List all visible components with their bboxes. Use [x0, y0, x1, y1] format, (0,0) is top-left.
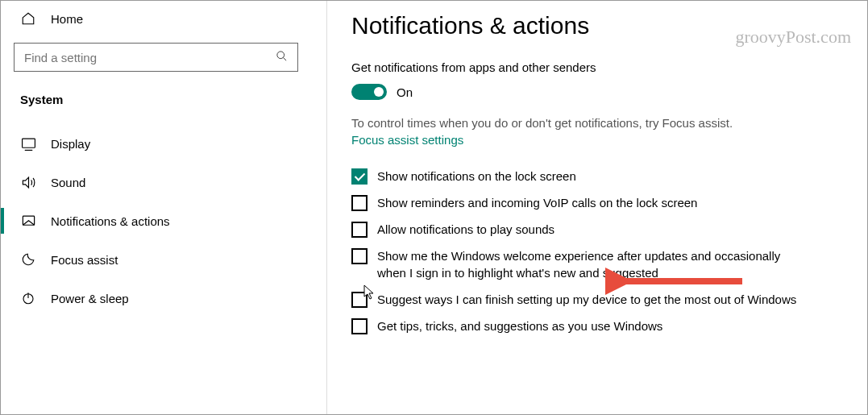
display-icon	[20, 135, 36, 151]
sidebar-item-sound[interactable]: Sound	[14, 163, 314, 201]
toggle-state-label: On	[397, 85, 413, 99]
sidebar-item-label: Sound	[51, 176, 85, 189]
checkbox-label: Suggest ways I can finish setting up my …	[377, 291, 796, 308]
svg-line-1	[283, 57, 286, 60]
sidebar-item-label: Display	[51, 137, 90, 151]
checkbox-finish-setup[interactable]	[351, 292, 368, 308]
checkbox-label: Show notifications on the lock screen	[377, 168, 576, 185]
sidebar-item-focus-assist[interactable]: Focus assist	[14, 240, 314, 279]
checkbox-lock-screen-notifications[interactable]	[351, 168, 368, 185]
sidebar-item-power[interactable]: Power & sleep	[14, 279, 314, 317]
sidebar-item-label: Focus assist	[51, 253, 118, 267]
focus-assist-description: To control times when you do or don't ge…	[351, 116, 843, 130]
sidebar-item-display[interactable]: Display	[14, 124, 314, 163]
main-panel: Notifications & actions Get notification…	[327, 1, 867, 414]
notifications-toggle[interactable]	[351, 84, 387, 100]
focus-assist-link[interactable]: Focus assist settings	[351, 133, 463, 147]
svg-rect-2	[22, 139, 35, 147]
nav-home[interactable]: Home	[14, 7, 314, 38]
checkbox-play-sounds[interactable]	[351, 222, 368, 238]
checkbox-reminders-voip[interactable]	[351, 195, 368, 211]
checkbox-welcome-experience[interactable]	[351, 248, 368, 264]
checkbox-label: Get tips, tricks, and suggestions as you…	[377, 317, 662, 334]
checkbox-label: Show reminders and incoming VoIP calls o…	[377, 194, 697, 211]
watermark: groovyPost.com	[735, 27, 851, 48]
moon-icon	[20, 251, 36, 268]
search-input[interactable]	[24, 51, 276, 64]
home-icon	[20, 10, 36, 27]
search-box[interactable]	[14, 43, 298, 72]
nav-home-label: Home	[51, 12, 83, 26]
sidebar-category: System	[14, 86, 314, 124]
sidebar-item-notifications[interactable]: Notifications & actions	[14, 201, 314, 240]
checkbox-label: Show me the Windows welcome experience a…	[377, 247, 812, 281]
search-icon	[276, 50, 288, 64]
checkbox-tips-tricks[interactable]	[351, 318, 368, 334]
svg-marker-4	[23, 177, 28, 188]
sidebar-item-label: Power & sleep	[51, 292, 129, 305]
checkbox-label: Allow notifications to play sounds	[377, 221, 554, 238]
svg-point-0	[277, 52, 284, 59]
power-icon	[20, 290, 36, 306]
notifications-icon	[20, 213, 36, 229]
sound-icon	[20, 174, 36, 190]
notifications-toggle-label: Get notifications from apps and other se…	[351, 60, 843, 74]
sidebar-item-label: Notifications & actions	[51, 214, 170, 228]
sidebar: Home System Display Sound Notifica	[1, 1, 327, 414]
